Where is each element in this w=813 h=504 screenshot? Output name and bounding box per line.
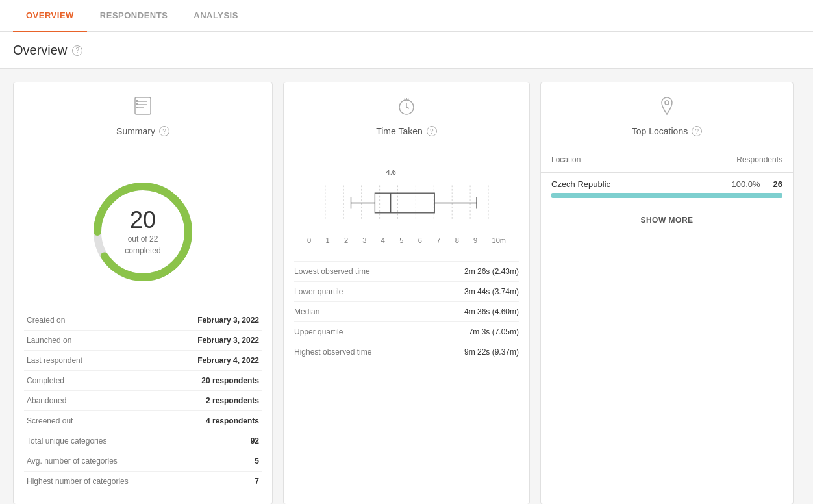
svg-line-12	[404, 99, 405, 100]
summary-card: Summary ? 20 out of 22 complete	[13, 82, 273, 504]
locations-list: Czech Republic 100.0% 26	[541, 173, 793, 205]
tab-analysis[interactable]: ANALYSIS	[181, 0, 251, 32]
top-locations-card: Top Locations ? Location Respondents Cze…	[540, 82, 794, 504]
time-card-header: Time Taken ?	[284, 82, 529, 147]
tab-overview[interactable]: OVERVIEW	[13, 0, 87, 32]
show-more-button[interactable]: SHOW MORE	[640, 216, 693, 225]
time-stat-row: Median4m 36s (4.60m)	[294, 301, 519, 321]
time-stat-row: Upper quartile7m 3s (7.05m)	[294, 321, 519, 342]
summary-table-row: Completed20 respondents	[24, 371, 262, 391]
summary-table-row: Created onFebruary 3, 2022	[24, 310, 262, 331]
svg-point-31	[665, 101, 669, 105]
summary-table-row: Screened out4 respondents	[24, 411, 262, 431]
summary-card-header: Summary ?	[14, 82, 272, 147]
top-nav: OVERVIEW RESPONDENTS ANALYSIS	[0, 0, 813, 32]
time-help-icon[interactable]: ?	[427, 126, 437, 136]
summary-table-row: Total unique categories92	[24, 431, 262, 451]
donut-chart-container: 20 out of 22 completed	[24, 173, 262, 290]
svg-rect-0	[135, 97, 151, 114]
col-respondents: Respondents	[736, 155, 782, 164]
time-taken-card: Time Taken ? 4.6	[283, 82, 530, 504]
summary-icon	[132, 95, 153, 121]
svg-rect-5	[136, 103, 138, 105]
boxplot-svg	[307, 180, 506, 232]
time-stat-row: Lower quartile3m 44s (3.74m)	[294, 281, 519, 301]
location-row: Czech Republic 100.0% 26	[541, 173, 793, 205]
main-content: Summary ? 20 out of 22 complete	[0, 69, 813, 504]
summary-table-row: Last respondentFebruary 4, 2022	[24, 351, 262, 371]
locations-help-icon[interactable]: ?	[692, 126, 702, 136]
page-help-icon[interactable]: ?	[72, 45, 82, 56]
svg-rect-27	[375, 193, 434, 213]
summary-card-body: 20 out of 22 completed Created onFebruar…	[14, 147, 272, 504]
col-location: Location	[551, 155, 581, 164]
time-stat-row: Lowest observed time2m 26s (2.43m)	[294, 261, 519, 281]
summary-table-row: Avg. number of categories5	[24, 451, 262, 472]
summary-title: Summary ?	[116, 126, 169, 136]
location-bar	[551, 193, 782, 198]
time-card-title: Time Taken ?	[376, 126, 437, 136]
locations-card-header: Top Locations ?	[541, 82, 793, 147]
axis-labels: 0 1 2 3 4 5 6 7 8 9 10m	[307, 236, 506, 244]
clock-icon	[396, 95, 417, 121]
show-more-section: SHOW MORE	[541, 205, 793, 235]
summary-table-row: Abandoned2 respondents	[24, 391, 262, 411]
time-stat-row: Highest observed time9m 22s (9.37m)	[294, 342, 519, 362]
locations-header: Location Respondents	[541, 147, 793, 173]
boxplot-container: 4.6	[294, 160, 519, 251]
svg-rect-4	[136, 100, 138, 102]
svg-line-11	[406, 107, 409, 108]
donut-chart: 20 out of 22 completed	[84, 173, 201, 290]
donut-center: 20 out of 22 completed	[125, 208, 160, 255]
time-stats: Lowest observed time2m 26s (2.43m)Lower …	[294, 261, 519, 362]
donut-label-line2: completed	[125, 246, 160, 255]
time-card-body: 4.6	[284, 147, 529, 375]
donut-label-line1: out of 22	[125, 234, 160, 244]
donut-number: 20	[125, 208, 160, 232]
location-icon	[657, 95, 677, 121]
page-header: Overview ?	[0, 32, 813, 69]
page-title: Overview	[13, 43, 67, 58]
svg-rect-6	[136, 107, 138, 108]
summary-table-row: Highest number of categories7	[24, 472, 262, 492]
svg-line-13	[408, 99, 409, 100]
tab-respondents[interactable]: RESPONDENTS	[87, 0, 181, 32]
summary-table-row: Launched onFebruary 3, 2022	[24, 331, 262, 351]
summary-help-icon[interactable]: ?	[159, 126, 169, 136]
summary-table: Created onFebruary 3, 2022Launched onFeb…	[24, 310, 262, 491]
locations-card-title: Top Locations ?	[632, 126, 702, 136]
boxplot-label-46: 4.6	[386, 168, 396, 176]
